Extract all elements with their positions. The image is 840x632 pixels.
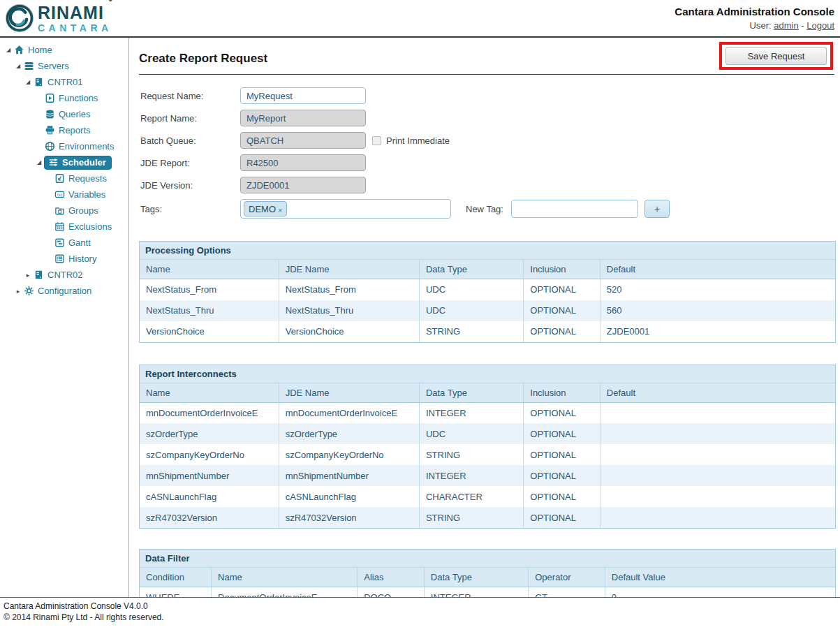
table-cell <box>600 402 835 423</box>
sidebar-item-cntr02[interactable]: ▸ CNTR02 <box>0 267 128 283</box>
column-header: Alias <box>358 568 425 587</box>
table-row[interactable]: VersionChoiceVersionChoiceSTRINGOPTIONAL… <box>140 321 835 342</box>
sidebar-item-cntr01[interactable]: ◢ CNTR01 <box>0 74 128 90</box>
table-row[interactable]: NextStatus_FromNextStatus_FromUDCOPTIONA… <box>140 279 835 300</box>
table-cell: INTEGER <box>419 402 523 423</box>
table-cell: OPTIONAL <box>524 486 600 507</box>
sidebar-item-reports[interactable]: Reports <box>0 122 128 138</box>
table-row[interactable]: szCompanyKeyOrderNoszCompanyKeyOrderNoST… <box>140 444 835 465</box>
sidebar-item-home[interactable]: ◢ Home <box>0 42 128 58</box>
table-row[interactable]: mnDocumentOrderInvoiceEmnDocumentOrderIn… <box>140 402 835 423</box>
table-title: Data Filter <box>140 550 835 568</box>
table-cell: OPTIONAL <box>524 279 600 300</box>
table-cell: szR47032Version <box>279 507 419 528</box>
sidebar-item-queries[interactable]: Queries <box>0 106 128 122</box>
gantt-icon <box>54 237 66 249</box>
rinami-logo-icon <box>4 3 35 34</box>
table-cell: NextStatus_From <box>140 279 279 300</box>
table-cell: STRING <box>419 321 523 342</box>
add-tag-button[interactable]: + <box>644 200 670 218</box>
table-cell: OPTIONAL <box>524 423 600 444</box>
sidebar-item-configuration[interactable]: ▸ Configuration <box>0 283 128 299</box>
sidebar-item-servers[interactable]: ◢ Servers <box>0 58 128 74</box>
caret-expanded-icon[interactable]: ◢ <box>34 159 44 166</box>
annotation-highlight-box: Save Request <box>719 42 833 70</box>
tags-input[interactable]: DEMO × <box>240 199 451 219</box>
table-cell: 560 <box>600 300 835 321</box>
data-filter-table: Data Filter ConditionNameAliasData TypeO… <box>139 549 836 597</box>
column-header: Operator <box>529 568 605 587</box>
table-row[interactable]: mnShipmentNumbermnShipmentNumberINTEGERO… <box>140 465 835 486</box>
new-tag-input[interactable] <box>511 200 638 218</box>
caret-expanded-icon[interactable]: ◢ <box>3 47 13 53</box>
caret-collapsed-icon[interactable]: ▸ <box>23 272 33 279</box>
logout-link[interactable]: Logout <box>806 20 834 31</box>
column-header: Inclusion <box>524 383 600 403</box>
print-immediate-checkbox[interactable] <box>372 136 381 145</box>
table-cell: szR47032Version <box>140 507 279 528</box>
column-header: JDE Name <box>279 260 419 279</box>
sidebar-item-label: Gantt <box>68 237 91 248</box>
requests-icon <box>54 173 66 184</box>
caret-expanded-icon[interactable]: ◢ <box>23 79 33 85</box>
table-cell: CHARACTER <box>419 486 523 507</box>
table-cell: NextStatus_Thru <box>279 300 419 321</box>
sidebar-item-variables[interactable]: (x) Variables <box>0 186 128 203</box>
sidebar-item-scheduler[interactable]: ◢ Scheduler <box>0 154 128 170</box>
table-cell <box>600 423 835 444</box>
column-header: Inclusion <box>524 260 600 279</box>
table-cell: OPTIONAL <box>524 507 600 528</box>
sidebar-item-requests[interactable]: Requests <box>0 170 128 186</box>
caret-expanded-icon[interactable]: ◢ <box>13 63 23 69</box>
report-request-form: Request Name: Report Name: Batch Queue: … <box>138 75 834 221</box>
table-title: Report Interconnects <box>140 365 835 383</box>
sidebar-navigation-tree: ◢ Home ◢ Servers ◢ CNTR01 Functions Quer… <box>0 38 129 597</box>
selected-item-highlight[interactable]: Scheduler <box>44 156 112 170</box>
table-cell: INTEGER <box>419 465 523 486</box>
remove-tag-icon[interactable]: × <box>278 206 282 214</box>
caret-collapsed-icon[interactable]: ▸ <box>13 288 23 295</box>
column-header: Name <box>140 260 279 279</box>
table-cell: VersionChoice <box>279 321 419 342</box>
save-request-button[interactable]: Save Request <box>725 47 827 65</box>
request-name-input[interactable] <box>240 87 366 104</box>
user-label: User: <box>750 20 772 31</box>
tag-chip-label: DEMO <box>249 204 276 214</box>
table-cell: mnDocumentOrderInvoiceE <box>279 402 419 423</box>
table-row[interactable]: NextStatus_ThruNextStatus_ThruUDCOPTIONA… <box>140 300 835 321</box>
table-row[interactable]: szOrderTypeszOrderTypeUDCOPTIONAL <box>140 423 835 444</box>
report-interconnects-table: Report Interconnects NameJDE NameData Ty… <box>139 365 836 529</box>
sidebar-item-gantt[interactable]: Gantt <box>0 235 128 251</box>
sidebar-item-label: Home <box>28 45 52 55</box>
sidebar-item-groups[interactable]: Groups <box>0 203 128 219</box>
table-cell: NextStatus_Thru <box>140 300 279 321</box>
table-cell: VersionChoice <box>140 321 279 342</box>
table-row[interactable]: WHEREDocumentOrderInvoiceEDOCOINTEGERGT0 <box>140 587 835 598</box>
sidebar-item-environments[interactable]: Environments <box>0 138 128 154</box>
sidebar-item-label: Queries <box>59 109 91 119</box>
sidebar-item-functions[interactable]: Functions <box>0 90 128 106</box>
user-name-link[interactable]: admin <box>774 20 798 31</box>
logo-line2: CANTARA <box>38 23 112 33</box>
table-cell: INTEGER <box>424 587 528 598</box>
table-cell: DOCO <box>358 587 425 598</box>
main-content: Create Report Request Save Request Reque… <box>129 38 840 597</box>
table-cell <box>600 465 835 486</box>
column-header: Data Type <box>424 568 528 587</box>
functions-icon <box>44 93 56 104</box>
servers-icon <box>23 61 35 72</box>
column-header: Data Type <box>419 383 523 403</box>
table-row[interactable]: szR47032VersionszR47032VersionSTRINGOPTI… <box>140 507 835 528</box>
footer-copyright: © 2014 Rinami Pty Ltd - All rights reser… <box>3 612 840 623</box>
sidebar-item-history[interactable]: History <box>0 251 128 267</box>
jde-version-input <box>240 177 366 193</box>
app-footer: Cantara Administration Console V4.0.0 © … <box>0 597 840 631</box>
logo-text: RINAMIˇ CANTARA <box>38 4 112 33</box>
table-cell: GT <box>529 587 605 598</box>
table-cell: szCompanyKeyOrderNo <box>140 444 279 465</box>
report-name-label: Report Name: <box>140 113 240 124</box>
table-cell: UDC <box>419 300 523 321</box>
table-row[interactable]: cASNLaunchFlagcASNLaunchFlagCHARACTEROPT… <box>140 486 835 507</box>
exclusions-icon <box>54 221 66 233</box>
sidebar-item-exclusions[interactable]: Exclusions <box>0 219 128 235</box>
